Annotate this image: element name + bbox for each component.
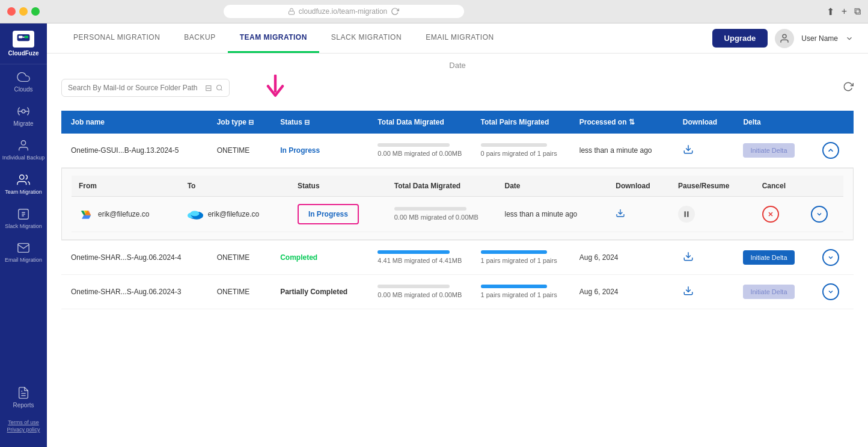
- pairs-progress-wrap: 1 pairs migrated of 1 pairs: [481, 250, 547, 265]
- cancel-button[interactable]: [762, 206, 779, 223]
- team-migration-icon: [17, 173, 30, 187]
- sub-cell-pause: [671, 197, 755, 232]
- user-name: User Name: [801, 34, 838, 43]
- svg-point-10: [783, 34, 786, 38]
- svg-point-4: [22, 109, 25, 113]
- data-progress-wrap: 0.00 MB migrated of 0.00MB: [377, 143, 450, 158]
- table-row: Onetime-GSUI...B-Aug.13.2024-5 ONETIME I…: [61, 134, 854, 168]
- cell-expand: [813, 134, 854, 168]
- svg-point-5: [21, 141, 25, 145]
- pairs-progress-wrap: 0 pairs migrated of 1 pairs: [481, 143, 547, 158]
- download-button[interactable]: [683, 251, 694, 265]
- close-button[interactable]: [7, 7, 16, 16]
- cell-download: [673, 275, 734, 309]
- sub-col-to: To: [180, 176, 290, 197]
- tab-slack-migration[interactable]: SLACK MIGRATION: [319, 23, 414, 53]
- header: PERSONAL MIGRATION BACKUP TEAM MIGRATION…: [47, 23, 868, 54]
- status-filter-icon[interactable]: ⊟: [304, 119, 310, 126]
- data-progress-fill: [377, 250, 450, 254]
- sidebar-item-team-migration[interactable]: Team Migration: [0, 167, 47, 202]
- sub-download-icon: [616, 208, 625, 218]
- migrate-icon: [17, 105, 30, 118]
- tab-team-migration[interactable]: TEAM MIGRATION: [228, 23, 319, 53]
- sub-chevron-button[interactable]: [811, 206, 828, 223]
- down-arrow-indicator: [264, 75, 286, 101]
- migration-table: Job name Job type ⊟ Status ⊟ Total Data …: [61, 111, 854, 309]
- tab-personal-migration[interactable]: PERSONAL MIGRATION: [61, 23, 172, 53]
- search-icon[interactable]: [216, 84, 223, 92]
- pairs-progress-bg: [481, 143, 547, 147]
- sidebar-item-label: Team Migration: [5, 189, 42, 196]
- pause-button[interactable]: [678, 206, 695, 223]
- sub-col-data: Total Data Migrated: [387, 176, 498, 197]
- expand-row-button[interactable]: [822, 249, 839, 266]
- sub-cell-status: In Progress: [290, 197, 387, 232]
- sidebar-item-individual-backup[interactable]: Individual Backup: [0, 133, 47, 167]
- tab-backup[interactable]: BACKUP: [172, 23, 227, 53]
- sidebar-item-migrate[interactable]: Migrate: [0, 99, 47, 133]
- upgrade-button[interactable]: Upgrade: [712, 29, 768, 48]
- expand-row-button[interactable]: [822, 142, 839, 159]
- new-tab-icon[interactable]: +: [842, 6, 847, 17]
- download-button[interactable]: [683, 285, 694, 299]
- initiate-delta-button[interactable]: Initiate Delta: [743, 250, 794, 265]
- sub-download-button[interactable]: [616, 208, 625, 221]
- expand-row-button[interactable]: [822, 283, 839, 300]
- sidebar-item-reports[interactable]: Reports: [0, 380, 47, 415]
- cell-job-name: Onetime-GSUI...B-Aug.13.2024-5: [61, 134, 207, 168]
- refresh-button[interactable]: [843, 81, 854, 95]
- minimize-button[interactable]: [19, 7, 28, 16]
- cell-expand: [813, 275, 854, 309]
- cell-delta: Initiate Delta: [733, 241, 813, 275]
- status-highlighted-box: In Progress: [298, 204, 359, 224]
- main-content: PERSONAL MIGRATION BACKUP TEAM MIGRATION…: [47, 23, 868, 447]
- chevron-up-icon: [827, 146, 835, 155]
- terms-link[interactable]: Terms of use: [8, 419, 39, 425]
- cell-delta: Initiate Delta: [733, 134, 813, 168]
- data-progress-wrap: 0.00 MB migrated of 0.00MB: [377, 285, 450, 299]
- refresh-icon[interactable]: [391, 7, 399, 16]
- initiate-delta-button[interactable]: Initiate Delta: [743, 143, 794, 158]
- cell-data-migrated: 0.00 MB migrated of 0.00MB: [368, 275, 471, 309]
- sub-table-row: erik@filefuze.co: [72, 197, 843, 232]
- sub-cell-from: erik@filefuze.co: [72, 197, 180, 232]
- pause-icon: [682, 210, 691, 218]
- job-type-filter-icon[interactable]: ⊟: [248, 119, 254, 126]
- cell-delta: Initiate Delta: [733, 275, 813, 309]
- sub-data-bg: [394, 207, 466, 211]
- initiate-delta-button[interactable]: Initiate Delta: [743, 285, 794, 299]
- sidebar-item-clouds[interactable]: Clouds: [0, 64, 47, 99]
- download-icon: [683, 285, 694, 296]
- lock-icon: [288, 8, 295, 15]
- privacy-link[interactable]: Privacy policy: [7, 427, 40, 433]
- col-processed-on[interactable]: Processed on ⇅: [570, 111, 673, 134]
- svg-point-11: [216, 85, 221, 90]
- cell-job-type: ONETIME: [207, 134, 271, 168]
- sub-table: From To Status Total Data Migrated Date …: [72, 176, 843, 232]
- filter-icon[interactable]: ⊟: [205, 83, 212, 93]
- tabs-icon[interactable]: ⧉: [854, 6, 861, 17]
- sidebar-logo: CloudFuze: [0, 23, 47, 64]
- search-input[interactable]: [68, 84, 201, 92]
- maximize-button[interactable]: [31, 7, 40, 16]
- slack-migration-icon: [17, 208, 30, 221]
- tab-email-migration[interactable]: EMAIL MIGRATION: [414, 23, 506, 53]
- sub-data-progress: 0.00 MB migrated of 0.00MB: [394, 207, 466, 221]
- chevron-down-icon[interactable]: [845, 34, 854, 43]
- sidebar-item-slack-migration[interactable]: Slack Migration: [0, 202, 47, 236]
- refresh-icon: [843, 81, 854, 92]
- search-area: ⊟: [61, 75, 854, 101]
- expanded-content: From To Status Total Data Migrated Date …: [61, 168, 854, 240]
- sub-cell-cancel: [755, 197, 804, 232]
- sub-cell-chevron: [804, 197, 843, 232]
- address-bar[interactable]: cloudfuze.io/team-migration: [224, 5, 464, 18]
- cell-job-type: ONETIME: [207, 241, 271, 275]
- expanded-row: From To Status Total Data Migrated Date …: [61, 168, 854, 241]
- sub-cell-download: [608, 197, 671, 232]
- clouds-icon: [17, 70, 30, 84]
- col-status: Status ⊟: [270, 111, 368, 134]
- share-icon[interactable]: ⬆: [827, 6, 834, 17]
- sidebar-item-email-migration[interactable]: Email Migration: [0, 235, 47, 270]
- from-col: erik@filefuze.co: [79, 207, 173, 221]
- download-button[interactable]: [683, 144, 694, 158]
